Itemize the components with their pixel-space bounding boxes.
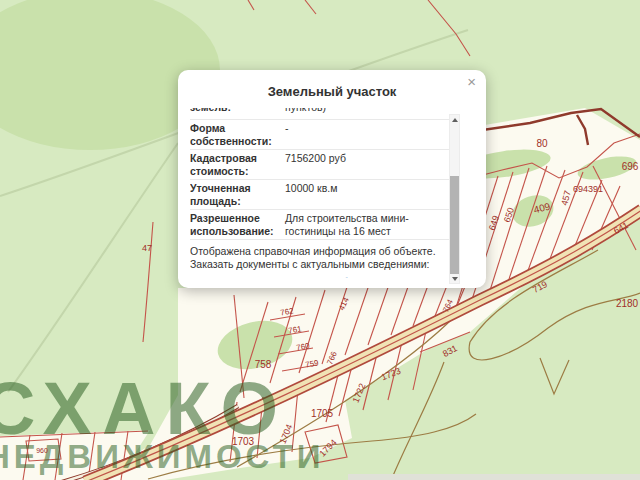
bullet: •: [238, 276, 242, 278]
parcel-label-960: 960: [36, 447, 48, 454]
tile-edge: [348, 474, 640, 480]
note-line2: Заказать документы с актуальными сведени…: [190, 258, 449, 271]
row-value: 10000 кв.м: [285, 182, 449, 207]
row-value: пунктов): [285, 108, 326, 114]
report-link-row: •Отчет о проверке объекта недвижимости →: [190, 270, 449, 278]
scrollbar-thumb[interactable]: [450, 176, 459, 274]
parcel-label-694391: 694391: [573, 184, 603, 194]
parcel-label-1703: 1703: [232, 436, 254, 447]
popup-note: Отображена справочная информация об объе…: [190, 240, 449, 270]
table-row: Уточненная площадь: 10000 кв.м: [190, 180, 449, 210]
cadastral-map[interactable]: СХАКО НЕДВИЖИМОСТИ 806966943914574096506…: [0, 0, 640, 480]
row-value: -: [285, 122, 449, 147]
row-label: земель:: [190, 108, 278, 114]
parcel-label-47: 47: [142, 243, 152, 253]
parcel-label-1705: 1705: [311, 408, 333, 419]
table-row-clipped: земель: пунктов): [190, 108, 449, 120]
row-label: Разрешенное использование:: [190, 212, 278, 237]
table-row: Разрешенное использование: Для строитель…: [190, 210, 449, 240]
row-label: Форма собственности:: [190, 122, 278, 147]
row-value: Для строительства мини-гостиницы на 16 м…: [285, 212, 449, 237]
triangle-down-icon: [452, 277, 458, 281]
report-link[interactable]: Отчет о проверке объекта недвижимости →: [238, 276, 449, 278]
parcel-label-2180: 2180: [616, 298, 638, 309]
note-line1: Отображена справочная информация об объе…: [190, 245, 449, 258]
row-label: Кадастровая стоимость:: [190, 152, 278, 177]
table-row: Кадастровая стоимость: 7156200 руб: [190, 150, 449, 180]
scrollbar[interactable]: [449, 114, 460, 284]
scrollbar-up-arrow[interactable]: [450, 115, 459, 124]
parcel-label-696: 696: [622, 161, 639, 172]
parcel-label-80: 80: [536, 138, 547, 149]
row-label: Уточненная площадь:: [190, 182, 278, 207]
table-row: Форма собственности: -: [190, 120, 449, 150]
popup-title: Земельный участок: [178, 70, 486, 99]
triangle-up-icon: [452, 118, 458, 122]
row-value: 7156200 руб: [285, 152, 449, 177]
parcel-label-758: 758: [255, 359, 272, 370]
land-plot-popup: × Земельный участок земель: пунктов) Фор…: [178, 70, 486, 288]
scrollbar-down-arrow[interactable]: [450, 274, 459, 283]
close-icon[interactable]: ×: [467, 74, 476, 89]
popup-body: земель: пунктов) Форма собственности: - …: [190, 108, 449, 278]
